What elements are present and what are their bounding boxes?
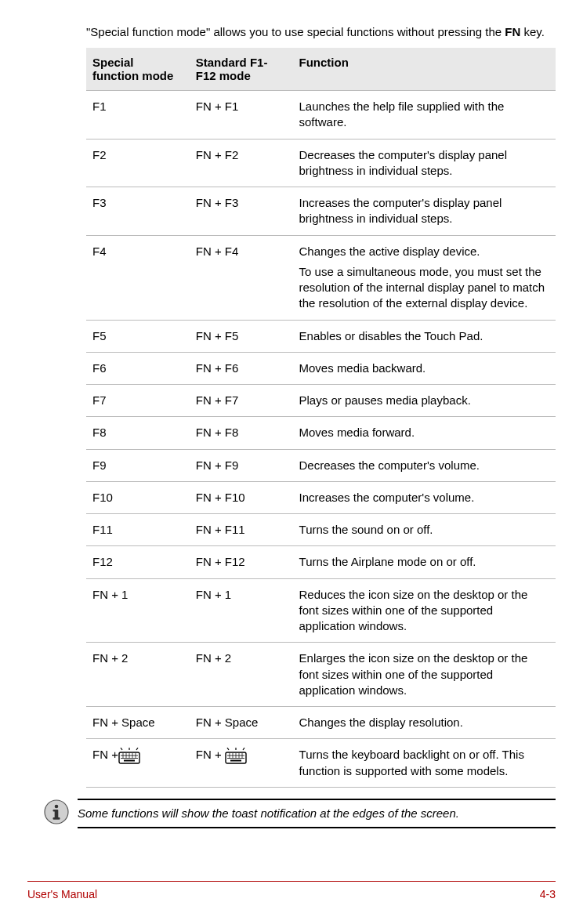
cell-standard-mode: FN + F7: [190, 385, 293, 417]
table-row: F8FN + F8Moves media forward.: [86, 417, 556, 449]
page-footer: User's Manual 4-3: [27, 881, 556, 900]
cell-special-mode: F8: [86, 417, 190, 449]
cell-special-mode: FN + 1: [86, 578, 190, 643]
cell-special-mode: F9: [86, 449, 190, 481]
cell-special-mode: F3: [86, 187, 190, 236]
footer-left: User's Manual: [27, 888, 97, 900]
table-row: F9FN + F9Decreases the computer's volume…: [86, 449, 556, 481]
cell-special-mode: FN + Space: [86, 707, 190, 739]
table-row: F1FN + F1Launches the help file supplied…: [86, 91, 556, 140]
cell-function: Turns the keyboard backlight on or off. …: [293, 739, 556, 788]
table-row: FN + SpaceFN + SpaceChanges the display …: [86, 707, 556, 739]
cell-standard-mode: FN + F3: [190, 187, 293, 236]
table-row: F4FN + F4Changes the active display devi…: [86, 235, 556, 320]
cell-function: Changes the active display device.To use…: [293, 235, 556, 320]
cell-standard-mode: FN + F8: [190, 417, 293, 449]
table-row: FN +FN + Turns the keyboard backlight on…: [86, 739, 556, 788]
cell-special-mode: FN +: [86, 739, 190, 788]
keyboard-backlight-icon: [225, 748, 247, 763]
cell-function: Plays or pauses media playback.: [293, 385, 556, 417]
cell-special-mode: F4: [86, 235, 190, 320]
cell-function: Launches the help file supplied with the…: [293, 91, 556, 140]
cell-function: Increases the computer's volume.: [293, 481, 556, 513]
cell-standard-mode: FN + F4: [190, 235, 293, 320]
table-row: F3FN + F3Increases the computer's displa…: [86, 187, 556, 236]
table-row: F12FN + F12Turns the Airplane mode on or…: [86, 546, 556, 578]
footer-right: 4-3: [540, 888, 556, 900]
cell-function: Moves media forward.: [293, 417, 556, 449]
table-row: F10FN + F10Increases the computer's volu…: [86, 481, 556, 513]
cell-function: Decreases the computer's volume.: [293, 449, 556, 481]
cell-function: Decreases the computer's display panel b…: [293, 139, 556, 187]
intro-part1: "Special function mode" allows you to us…: [86, 25, 505, 38]
svg-point-25: [55, 804, 59, 808]
cell-function-extra: To use a simultaneous mode, you must set…: [299, 264, 549, 312]
cell-standard-mode: FN + F11: [190, 514, 293, 546]
header-col3: Function: [293, 48, 556, 91]
cell-standard-mode: FN + F12: [190, 546, 293, 578]
svg-line-12: [227, 748, 229, 750]
header-col2: Standard F1-F12 mode: [190, 48, 293, 91]
cell-special-mode: FN + 2: [86, 643, 190, 707]
table-row: FN + 1FN + 1Reduces the icon size on the…: [86, 578, 556, 643]
cell-function: Reduces the icon size on the desktop or …: [293, 578, 556, 643]
keyboard-backlight-icon: [118, 748, 140, 763]
intro-paragraph: "Special function mode" allows you to us…: [86, 24, 556, 40]
function-key-table: Special function mode Standard F1-F12 mo…: [86, 48, 556, 788]
cell-standard-mode: FN + F2: [190, 139, 293, 187]
cell-standard-mode: FN + F6: [190, 352, 293, 384]
table-row: FN + 2FN + 2Enlarges the icon size on th…: [86, 643, 556, 707]
cell-standard-mode: FN + F9: [190, 449, 293, 481]
cell-special-mode: F6: [86, 352, 190, 384]
cell-standard-mode: FN + F1: [190, 91, 293, 140]
cell-special-mode: F7: [86, 385, 190, 417]
info-icon: [43, 799, 70, 825]
note-text: Some functions will show the toast notif…: [78, 799, 556, 828]
svg-line-14: [243, 748, 244, 750]
cell-special-mode: F11: [86, 514, 190, 546]
cell-special-mode: F5: [86, 320, 190, 352]
intro-bold: FN: [505, 25, 520, 38]
svg-line-0: [121, 748, 122, 750]
table-row: F7FN + F7Plays or pauses media playback.: [86, 385, 556, 417]
svg-rect-28: [53, 810, 57, 812]
svg-rect-27: [53, 817, 60, 820]
cell-function: Enables or disables the Touch Pad.: [293, 320, 556, 352]
intro-part2: key.: [520, 25, 545, 38]
cell-special-mode: F10: [86, 481, 190, 513]
cell-standard-mode: FN +: [190, 739, 293, 788]
cell-function: Changes the display resolution.: [293, 707, 556, 739]
cell-special-mode: F2: [86, 139, 190, 187]
cell-standard-mode: FN + 1: [190, 578, 293, 643]
cell-special-mode: F1: [86, 91, 190, 140]
cell-function: Enlarges the icon size on the desktop or…: [293, 643, 556, 707]
table-row: F6FN + F6Moves media backward.: [86, 352, 556, 384]
cell-function: Turns the Airplane mode on or off.: [293, 546, 556, 578]
header-col1: Special function mode: [86, 48, 190, 91]
cell-function: Moves media backward.: [293, 352, 556, 384]
cell-standard-mode: FN + 2: [190, 643, 293, 707]
note-row: Some functions will show the toast notif…: [43, 799, 556, 828]
table-row: F5FN + F5Enables or disables the Touch P…: [86, 320, 556, 352]
table-row: F11FN + F11Turns the sound on or off.: [86, 514, 556, 546]
cell-special-mode: F12: [86, 546, 190, 578]
cell-function: Turns the sound on or off.: [293, 514, 556, 546]
cell-function: Increases the computer's display panel b…: [293, 187, 556, 236]
table-row: F2FN + F2Decreases the computer's displa…: [86, 139, 556, 187]
cell-standard-mode: FN + Space: [190, 707, 293, 739]
svg-line-2: [136, 748, 138, 750]
cell-standard-mode: FN + F10: [190, 481, 293, 513]
cell-standard-mode: FN + F5: [190, 320, 293, 352]
